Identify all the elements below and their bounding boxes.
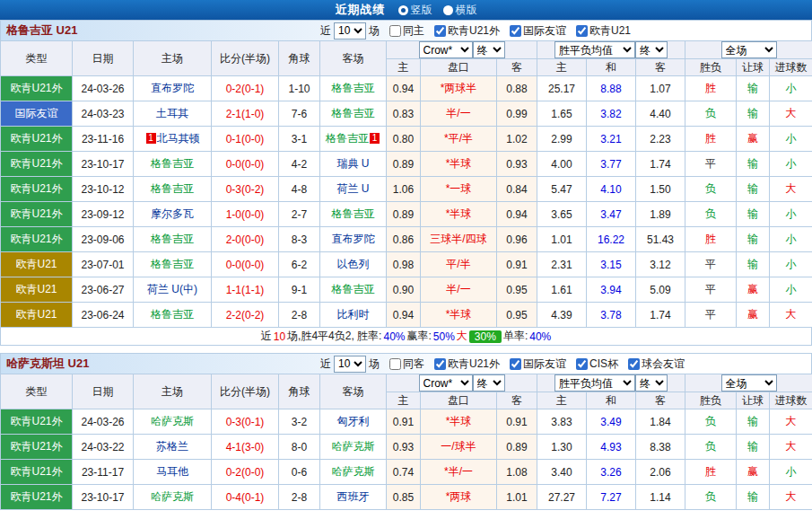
col-header-avg_away: 客 [636, 59, 685, 76]
home-team[interactable]: 格鲁吉亚 [151, 233, 194, 245]
away-team-cell: 匈牙利 [320, 409, 387, 435]
home-team[interactable]: 直布罗陀 [151, 82, 194, 94]
score[interactable]: 0-2(0-1) [212, 76, 279, 101]
result-goals: 小 [770, 227, 812, 252]
recent-count-select[interactable]: 10 [334, 356, 366, 373]
home-team[interactable]: 哈萨克斯 [151, 490, 194, 503]
avg-final-select[interactable]: 终 [635, 374, 668, 392]
avg-draw: 3.78 [587, 303, 636, 328]
score[interactable]: 2-0(0-0) [212, 227, 279, 252]
avg-type-select[interactable]: 胜平负均值 [554, 374, 635, 392]
summary-text: 50% [433, 330, 455, 343]
score[interactable]: 4-1(3-0) [212, 435, 279, 460]
away-team[interactable]: 格鲁吉亚 [332, 82, 375, 94]
recent-count-select[interactable]: 10 [334, 22, 366, 40]
avg-final-select[interactable]: 终 [635, 41, 668, 58]
bookmaker-select[interactable]: Crow* [419, 41, 473, 58]
away-team[interactable]: 以色列 [337, 258, 370, 270]
home-team[interactable]: 马耳他 [156, 465, 188, 478]
bookmaker-select[interactable]: Crow* [419, 374, 473, 392]
away-odds: 0.95 [497, 303, 537, 328]
filter-checkbox-3[interactable]: 欧青U21 [569, 23, 631, 39]
col-header-let_goal: 让球 [737, 392, 770, 409]
home-team[interactable]: 格鲁吉亚 [151, 182, 194, 195]
score[interactable]: 2-2(0-2) [212, 303, 279, 328]
checkbox-input[interactable] [389, 358, 401, 370]
match-type: 欧青U21外 [1, 409, 73, 435]
home-team[interactable]: 哈萨克斯 [151, 415, 194, 427]
away-team[interactable]: 荷兰 U [337, 182, 370, 195]
corners: 8-3 [279, 227, 320, 252]
home-team[interactable]: 土耳其 [156, 107, 188, 119]
radio-selected-icon[interactable] [398, 5, 408, 15]
radio-icon[interactable] [443, 5, 453, 15]
checkbox-input[interactable] [510, 358, 521, 370]
away-team[interactable]: 瑞典 U [337, 157, 370, 170]
red-card-badge: 1 [146, 133, 156, 144]
score[interactable]: 0-1(0-0) [212, 127, 279, 152]
score[interactable]: 2-1(1-0) [212, 101, 279, 127]
checkbox-input[interactable] [628, 358, 640, 370]
checkbox-input[interactable] [576, 25, 588, 37]
checkbox-label: 欧青U21 [589, 23, 631, 39]
filter-checkbox-0[interactable]: 同主 [382, 23, 424, 39]
score[interactable]: 0-2(0-0) [212, 460, 279, 485]
away-team[interactable]: 格鲁吉亚 [332, 107, 375, 119]
home-team-cell: 哈萨克斯 [134, 485, 212, 510]
checkbox-input[interactable] [434, 358, 446, 370]
score[interactable]: 1-0(0-0) [212, 202, 279, 227]
match-row: 欧青U21外23-10-17哈萨克斯0-4(0-1)2-8西班牙0.85*两球1… [1, 485, 812, 510]
score[interactable]: 0-3(0-1) [212, 409, 279, 435]
layout-radio-0[interactable]: 竖版 [398, 3, 432, 18]
home-team[interactable]: 苏格兰 [156, 440, 188, 453]
away-team[interactable]: 西班牙 [337, 490, 370, 503]
checkbox-input[interactable] [576, 358, 588, 370]
away-team[interactable]: 直布罗陀 [332, 233, 375, 245]
away-team[interactable]: 格鲁吉亚 [332, 283, 375, 295]
layout-radio-1[interactable]: 横版 [443, 3, 477, 18]
result-goals: 小 [770, 252, 812, 277]
score[interactable]: 0-0(0-0) [212, 152, 279, 177]
filter-checkbox-1[interactable]: 欧青U21外 [427, 356, 500, 372]
result-goals: 大 [770, 177, 812, 202]
score[interactable]: 1-1(1-1) [212, 277, 279, 303]
home-team[interactable]: 北马其顿 [157, 132, 200, 145]
away-team[interactable]: 格鲁吉亚 [326, 132, 369, 145]
home-team[interactable]: 摩尔多瓦 [151, 207, 194, 220]
checkbox-input[interactable] [434, 25, 446, 37]
score[interactable]: 0-0(0-0) [212, 252, 279, 277]
away-team[interactable]: 比利时 [337, 308, 370, 321]
home-team[interactable]: 格鲁吉亚 [151, 258, 194, 270]
score[interactable]: 0-3(0-2) [212, 177, 279, 202]
checkbox-input[interactable] [510, 25, 521, 37]
filter-checkbox-2[interactable]: 国际友谊 [502, 356, 566, 372]
scope-select[interactable]: 全场 [721, 374, 777, 392]
filter-checkbox-1[interactable]: 欧青U21外 [427, 23, 500, 39]
filter-checkbox-3[interactable]: CIS杯 [569, 356, 618, 372]
filter-checkbox-2[interactable]: 国际友谊 [502, 23, 566, 39]
scope-select[interactable]: 全场 [721, 41, 777, 58]
avg-home: 3.40 [537, 460, 587, 485]
checkbox-input[interactable] [389, 25, 401, 37]
home-team[interactable]: 格鲁吉亚 [151, 308, 194, 321]
away-team[interactable]: 哈萨克斯 [332, 440, 375, 453]
home-team[interactable]: 格鲁吉亚 [151, 157, 194, 170]
away-team-cell: 格鲁吉亚1 [320, 127, 387, 152]
filter-checkbox-4[interactable]: 球会友谊 [621, 356, 685, 372]
score[interactable]: 0-4(0-1) [212, 485, 279, 510]
match-type: 欧青U21外 [1, 227, 73, 252]
away-team[interactable]: 格鲁吉亚 [332, 207, 375, 220]
summary-text: 单率: [503, 329, 528, 344]
corners: 4-8 [279, 177, 320, 202]
away-team[interactable]: 匈牙利 [337, 415, 370, 427]
col-header-score: 比分(半场) [212, 374, 279, 409]
away-team[interactable]: 哈萨克斯 [332, 465, 375, 478]
avg-type-select[interactable]: 胜平负均值 [554, 41, 635, 58]
home-team[interactable]: 荷兰 U(中) [147, 283, 197, 295]
filter-checkbox-0[interactable]: 同客 [382, 356, 424, 372]
odds-final-select[interactable]: 终 [473, 41, 505, 58]
home-team-cell: 苏格兰 [134, 435, 212, 460]
col-header-type: 类型 [1, 41, 73, 76]
odds-final-select[interactable]: 终 [473, 374, 505, 392]
radio-label: 横版 [456, 3, 477, 18]
